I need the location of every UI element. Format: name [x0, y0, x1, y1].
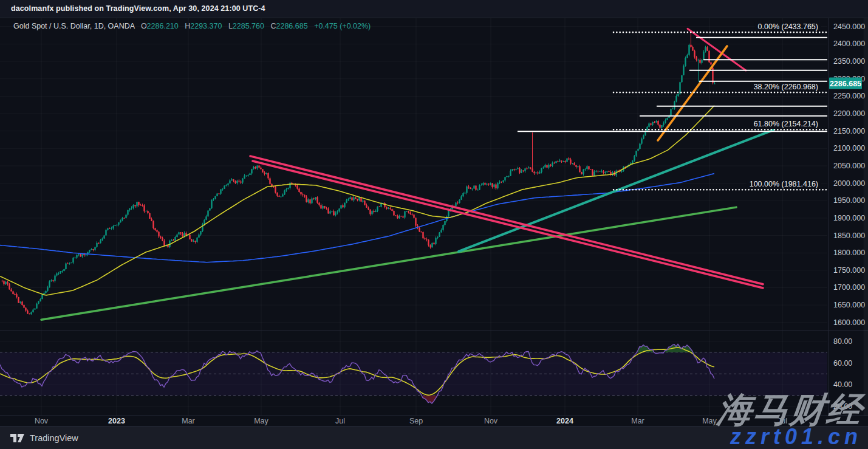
time-axis-label: Sep — [409, 417, 423, 425]
tradingview-logo-icon — [10, 433, 26, 444]
price-axis-label: 2250.000 — [833, 92, 865, 100]
rsi-axis-label: 60.00 — [833, 359, 852, 368]
low-label: L — [228, 22, 233, 30]
high-value: 2293.370 — [190, 22, 222, 30]
price-axis-label: 1850.000 — [833, 231, 865, 240]
high-label: H — [185, 22, 190, 30]
time-axis-label: 2024 — [556, 417, 573, 425]
price-chart-canvas[interactable] — [0, 0, 868, 449]
low-value: 2285.760 — [233, 22, 264, 30]
time-axis-label: Nov — [484, 417, 497, 425]
time-axis-label: 2023 — [108, 417, 125, 425]
fib-level-label: 100.00% (1981.416) — [747, 180, 821, 188]
price-axis-label: 2400.000 — [833, 39, 865, 48]
close-value: 2286.685 — [276, 22, 308, 30]
time-axis-label: Mar — [182, 417, 195, 425]
fib-level-label: 61.80% (2154.214) — [751, 120, 821, 128]
last-price-badge[interactable]: 2286.685 — [829, 78, 862, 89]
watermark-cn: 海马财经 — [716, 392, 865, 427]
price-axis-label: 2200.000 — [833, 109, 865, 118]
price-axis-label: 1650.000 — [833, 301, 865, 309]
time-axis-label: May — [254, 417, 268, 425]
price-axis-label: 2050.000 — [833, 162, 865, 170]
open-label: O — [141, 22, 147, 30]
price-axis-label: 2350.000 — [833, 57, 865, 66]
publish-attribution: dacolmanfx published on TradingView.com,… — [11, 4, 265, 13]
time-axis-label: Nov — [35, 417, 48, 425]
symbol-legend: Gold Spot / U.S. Dollar, 1D, OANDA O2286… — [13, 22, 371, 30]
time-axis-label: Mar — [631, 417, 644, 425]
tradingview-logo-text: TradingView — [30, 433, 78, 443]
tradingview-published-chart: dacolmanfx published on TradingView.com,… — [0, 0, 868, 449]
fib-level-label: 0.00% (2433.765) — [755, 22, 821, 31]
open-value: 2286.210 — [147, 22, 179, 30]
price-axis-label: 1950.000 — [833, 196, 865, 205]
price-axis-label: 2150.000 — [833, 127, 865, 135]
price-axis-label: 1700.000 — [833, 283, 865, 292]
symbol-title: Gold Spot / U.S. Dollar, 1D, OANDA — [13, 22, 134, 30]
price-axis-label: 1750.000 — [833, 266, 865, 275]
price-axis-label: 2450.000 — [833, 22, 865, 31]
watermark-url: zzrt01.cn — [730, 426, 862, 448]
price-axis-label: 1900.000 — [833, 214, 865, 222]
fib-level-label: 38.20% (2260.968) — [751, 83, 821, 91]
price-axis-label: 2100.000 — [833, 144, 865, 153]
price-axis-label: 2000.000 — [833, 179, 865, 188]
price-axis-label: 1800.000 — [833, 248, 865, 257]
tradingview-logo[interactable]: TradingView — [10, 433, 78, 444]
price-axis-label: 1600.000 — [833, 318, 865, 327]
rsi-axis-label: 40.00 — [833, 380, 852, 389]
change-value: +0.475 (+0.02%) — [314, 22, 371, 30]
close-label: C — [270, 22, 276, 30]
rsi-axis-label: 80.00 — [833, 337, 852, 346]
time-axis-label: May — [702, 417, 717, 425]
time-axis-label: Jul — [335, 417, 345, 425]
